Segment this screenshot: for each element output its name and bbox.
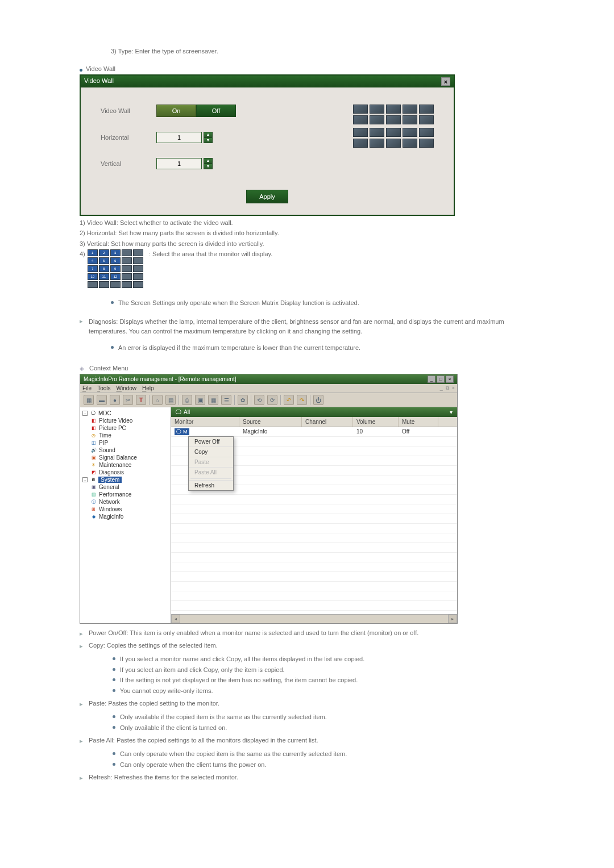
tree-windows[interactable]: Windows xyxy=(99,506,122,512)
toolbar: ▦ ▬ ● ✂ T ⌂ ▤ ⎙ ▣ ▦ ☰ ✿ ⟲ xyxy=(80,393,457,407)
tree-picture-pc[interactable]: Picture PC xyxy=(99,425,126,431)
tree-maintenance[interactable]: Maintenance xyxy=(99,462,131,468)
horizontal-scrollbar[interactable]: ◂ ▸ xyxy=(171,614,457,623)
arrow-icon: ▸ xyxy=(80,629,83,639)
bullet-icon xyxy=(80,69,82,72)
spin-down-icon[interactable]: ▼ xyxy=(204,137,213,143)
list-header: Monitor Source Channel Volume Mute xyxy=(171,417,457,427)
list-body[interactable]: 🖵 M MagicInfo 10 Off Power Off Copy Past… xyxy=(171,427,457,614)
spin-up-icon[interactable]: ▲ xyxy=(204,132,213,137)
bullet-icon xyxy=(113,726,115,729)
col-mute[interactable]: Mute xyxy=(399,417,438,427)
spin-up-icon[interactable]: ▲ xyxy=(204,158,213,164)
minimize-icon[interactable]: _ xyxy=(428,375,435,383)
context-menu: Power Off Copy Paste Paste All Refresh xyxy=(188,436,234,491)
close-icon[interactable]: × xyxy=(441,77,450,86)
remote-management-window: MagicInfoPro Remote management - [Remote… xyxy=(80,374,458,624)
tree-sound[interactable]: Sound xyxy=(99,447,115,453)
cell-source: MagicInfo xyxy=(239,427,302,436)
bullet-icon xyxy=(111,346,114,349)
toolbar-icon[interactable]: ● xyxy=(110,395,120,405)
toolbar-redo-icon[interactable]: ↷ xyxy=(297,395,307,405)
toolbar-icon[interactable]: ▬ xyxy=(97,395,107,405)
toolbar-icon[interactable]: ▦ xyxy=(84,395,94,405)
tab-all[interactable]: All xyxy=(184,409,190,415)
tree-monitor-icon: 🖵 xyxy=(90,410,96,416)
tree-general[interactable]: General xyxy=(99,484,119,490)
tree-icon: ◩ xyxy=(90,469,97,475)
ctx-separator xyxy=(190,478,231,479)
menu-window[interactable]: Window xyxy=(116,385,136,391)
tree-network[interactable]: Network xyxy=(99,499,120,505)
spin-down-icon[interactable]: ▼ xyxy=(204,164,213,169)
video-wall-toggle[interactable]: On Off xyxy=(156,105,236,117)
window-title: MagicInfoPro Remote management - [Remote… xyxy=(84,376,236,382)
pasteall-sub-1: Can only operate when the client turns t… xyxy=(120,760,266,770)
note-1: 1) Video Wall: Select whether to activat… xyxy=(80,218,520,228)
tab-dropdown-icon[interactable]: ▾ xyxy=(450,409,453,415)
bullet-icon xyxy=(113,668,115,671)
toolbar-icon[interactable]: ⟲ xyxy=(254,395,264,405)
tree-icon: ◧ xyxy=(90,425,97,431)
ctx-power-off[interactable]: Power Off xyxy=(189,437,233,446)
desc-copy: Copy: Copies the settings of the selecte… xyxy=(89,641,218,651)
col-monitor[interactable]: Monitor xyxy=(171,417,239,427)
cell-channel xyxy=(302,427,353,436)
toolbar-icon[interactable]: ▤ xyxy=(165,395,176,405)
col-source[interactable]: Source xyxy=(239,417,302,427)
toolbar-icon[interactable]: ☰ xyxy=(221,395,231,405)
menu-tools[interactable]: Tools xyxy=(97,385,110,391)
preview-grid[interactable] xyxy=(353,105,434,124)
toolbar-icon[interactable]: ✿ xyxy=(238,395,248,405)
tree-mdc[interactable]: MDC xyxy=(98,410,111,416)
toolbar-text-icon[interactable]: T xyxy=(136,395,146,405)
desc-paste-all: Paste All: Pastes the copied settings to… xyxy=(89,736,318,746)
bullet-icon xyxy=(113,689,115,692)
tree-collapse-icon[interactable]: - xyxy=(82,477,88,482)
maximize-icon[interactable]: □ xyxy=(437,375,445,383)
toolbar-power-icon[interactable]: ⏻ xyxy=(313,395,323,405)
note-2: 2) Horizontal: Set how many parts the sc… xyxy=(80,228,520,238)
child-window-buttons[interactable]: _ ⧉ × xyxy=(440,385,455,391)
toolbar-undo-icon[interactable]: ↶ xyxy=(284,395,294,405)
ctx-refresh[interactable]: Refresh xyxy=(189,480,233,490)
tree-picture-video[interactable]: Picture Video xyxy=(99,418,132,424)
video-wall-dialog: Video Wall × Video Wall On Off xyxy=(80,74,455,216)
paste-sub-0: Only available if the copied item is the… xyxy=(120,712,327,722)
tree-pip[interactable]: PIP xyxy=(99,440,108,446)
ctx-copy[interactable]: Copy xyxy=(189,446,233,457)
tree-network-icon: ⓘ xyxy=(90,499,97,505)
tree-system[interactable]: System xyxy=(98,477,122,483)
tree-panel[interactable]: -🖵MDC ◧Picture Video ◧Picture PC ◷Time ◫… xyxy=(80,407,171,623)
toolbar-icon[interactable]: ⎙ xyxy=(182,395,192,405)
menu-help[interactable]: Help xyxy=(142,385,154,391)
tree-time[interactable]: Time xyxy=(99,432,111,439)
off-button[interactable]: Off xyxy=(196,105,236,117)
toolbar-icon[interactable]: ✂ xyxy=(123,395,133,405)
toolbar-icon[interactable]: ⌂ xyxy=(152,395,163,405)
col-channel[interactable]: Channel xyxy=(302,417,353,427)
preview-grid[interactable] xyxy=(353,128,434,148)
tree-performance[interactable]: Performance xyxy=(99,491,131,498)
menu-file[interactable]: FFileile xyxy=(82,385,92,391)
apply-button[interactable]: Apply xyxy=(246,190,288,203)
diagnosis-text: Diagnosis: Displays whether the lamp, in… xyxy=(89,317,520,336)
tree-icon: ▣ xyxy=(90,454,97,461)
col-volume[interactable]: Volume xyxy=(353,417,399,427)
tree-collapse-icon[interactable]: - xyxy=(82,411,88,416)
toolbar-icon[interactable]: ▦ xyxy=(208,395,218,405)
toolbar-icon[interactable]: ▣ xyxy=(195,395,205,405)
horizontal-input[interactable] xyxy=(156,132,202,143)
scroll-right-icon[interactable]: ▸ xyxy=(448,615,457,623)
tree-icon: ▤ xyxy=(90,491,97,498)
close-icon[interactable]: × xyxy=(446,375,454,383)
table-row[interactable]: 🖵 M MagicInfo 10 Off xyxy=(171,427,457,437)
tree-icon: ◆ xyxy=(90,514,97,520)
on-button[interactable]: On xyxy=(156,105,196,117)
vertical-input[interactable] xyxy=(156,158,202,169)
scroll-left-icon[interactable]: ◂ xyxy=(171,615,180,623)
toolbar-icon[interactable]: ⟳ xyxy=(267,395,277,405)
tree-diagnosis[interactable]: Diagnosis xyxy=(99,469,124,475)
tree-magicinfo[interactable]: MagicInfo xyxy=(99,514,123,520)
tree-signal-balance[interactable]: Signal Balance xyxy=(99,454,137,461)
